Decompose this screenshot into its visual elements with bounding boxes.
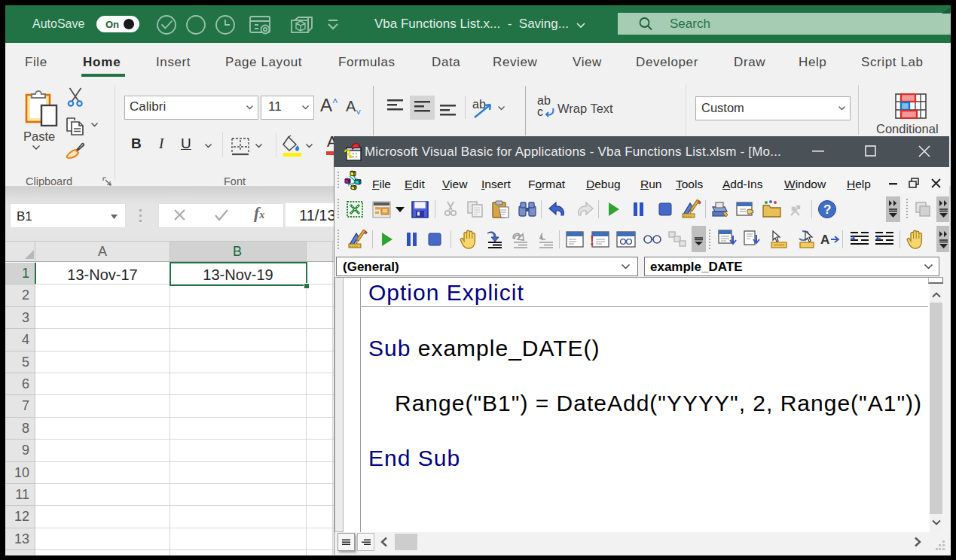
svg-text:c: c (537, 105, 543, 118)
svg-text:?: ? (823, 202, 831, 217)
svg-text:A: A (820, 233, 829, 247)
svg-text:ab: ab (472, 98, 486, 111)
svg-text:!: ! (590, 233, 594, 248)
